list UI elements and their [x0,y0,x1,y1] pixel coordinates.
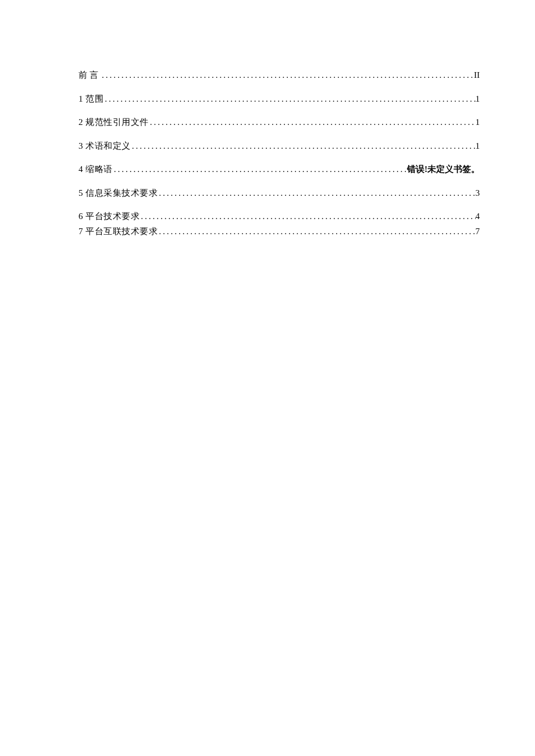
toc-leader-dots [140,210,475,223]
toc-entry: 4 缩略语 错误!未定义书签。 [79,163,480,176]
toc-label: 前言 [79,69,101,82]
toc-leader-dots [104,92,475,106]
toc-page-number: 4 [476,210,480,223]
toc-label: 4 缩略语 [79,163,113,176]
toc-page-number: 3 [476,187,480,200]
toc-entry: 前言 II [79,69,480,82]
toc-page-number: 1 [476,116,480,129]
toc-leader-dots [158,225,475,238]
toc-page-number: 1 [476,139,480,153]
toc-label: 7 平台互联技术要求 [79,225,158,238]
toc-label: 3 术语和定义 [79,139,131,153]
toc-entry: 2 规范性引用文件 1 [79,116,480,129]
toc-entry: 5 信息采集技术要求 3 [79,187,480,200]
toc-label: 5 信息采集技术要求 [79,187,158,200]
toc-leader-dots [131,139,476,153]
toc-page-number: 1 [476,92,480,106]
toc-leader-dots [101,69,474,82]
toc-entry: 1 范围 1 [79,92,480,106]
toc-entry: 7 平台互联技术要求 7 [79,225,480,238]
table-of-contents: 前言 II 1 范围 1 2 规范性引用文件 1 3 术语和定义 1 4 缩略语… [79,69,480,238]
toc-label: 2 规范性引用文件 [79,116,149,129]
toc-label: 1 范围 [79,92,104,106]
toc-page-error: 错误!未定义书签。 [407,163,480,176]
toc-leader-dots [113,163,407,176]
toc-page-number: 7 [476,225,480,238]
toc-leader-dots [149,116,476,129]
toc-label: 6 平台技术要求 [79,210,140,223]
toc-entry: 3 术语和定义 1 [79,139,480,153]
toc-page-number: II [474,69,480,82]
toc-entry: 6 平台技术要求 4 [79,210,480,223]
toc-leader-dots [158,187,475,200]
